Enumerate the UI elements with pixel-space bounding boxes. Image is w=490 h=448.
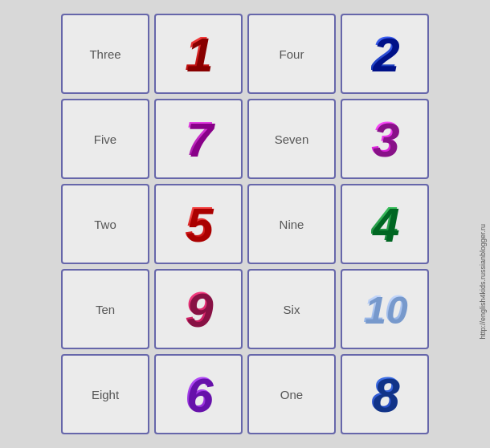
word-card: Five [61, 99, 149, 179]
word-card: One [247, 354, 336, 434]
number-card: 8 [341, 354, 429, 434]
number-card: 2 [341, 14, 429, 94]
number-card: 5 [154, 184, 243, 264]
number-card: 1 [154, 14, 243, 94]
word-card: Four [247, 14, 336, 94]
number-card: 10 [341, 269, 429, 349]
word-card: Eight [61, 354, 149, 434]
main-grid: Three1Four2Five7Seven3Two5Nine4Ten9Six10… [53, 6, 437, 442]
number-card: 6 [154, 354, 243, 434]
number-card: 9 [154, 269, 243, 349]
number-card: 7 [154, 99, 243, 179]
word-card: Ten [61, 269, 149, 349]
word-card: Seven [247, 99, 336, 179]
word-card: Three [61, 14, 149, 94]
sidebar-url: http://english4kids.russianblogger.ru [479, 224, 487, 340]
word-card: Nine [247, 184, 336, 264]
word-card: Six [247, 269, 336, 349]
number-card: 3 [341, 99, 429, 179]
number-card: 4 [341, 184, 429, 264]
word-card: Two [61, 184, 149, 264]
